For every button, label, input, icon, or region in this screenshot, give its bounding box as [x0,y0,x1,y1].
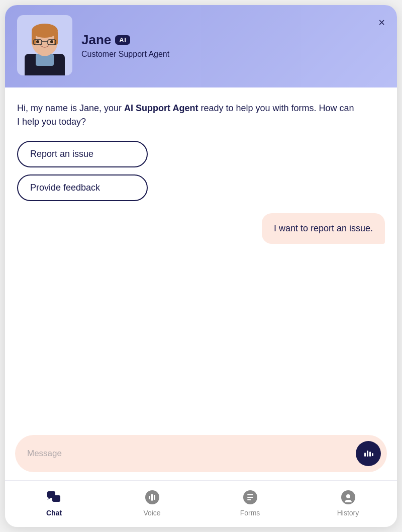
svg-rect-24 [247,494,253,495]
message-input[interactable] [27,449,350,459]
avatar [17,15,72,75]
input-area [5,427,397,480]
header-name-row: Jane AI [81,32,169,48]
voice-icon [144,489,160,505]
forms-nav-icon [242,489,259,506]
input-wrapper [15,435,387,472]
nav-item-forms[interactable]: Forms [201,481,299,527]
svg-rect-14 [369,452,371,457]
agent-name: Jane [81,32,111,48]
quick-reply-report[interactable]: Report an issue [17,141,148,167]
history-nav-label: History [337,509,359,517]
avatar-image [20,18,70,75]
svg-rect-25 [247,497,253,498]
chat-icon [46,489,62,505]
agent-role: Customer Support Agent [81,50,169,59]
chat-body: Hi, my name is Jane, your AI Support Age… [5,87,397,427]
svg-point-28 [346,494,350,498]
svg-point-10 [36,40,39,43]
header-info: Jane AI Customer Support Agent [81,32,169,59]
forms-icon [242,489,258,505]
greeting-bold: AI Support Agent [124,103,198,113]
voice-nav-icon [144,489,161,506]
svg-rect-21 [151,494,153,501]
chat-container: Jane AI Customer Support Agent × Hi, my … [5,5,397,527]
nav-item-chat[interactable]: Chat [5,481,103,527]
chat-nav-label: Chat [46,509,62,517]
svg-point-11 [50,40,53,43]
svg-rect-20 [149,496,150,499]
quick-reply-feedback[interactable]: Provide feedback [17,174,148,201]
close-button[interactable]: × [376,15,387,30]
user-message: I want to report an issue. [262,213,385,244]
svg-rect-12 [364,453,366,457]
mic-icon [363,448,374,459]
chat-header: Jane AI Customer Support Agent × [5,5,397,87]
quick-replies: Report an issue Provide feedback [17,141,385,201]
bottom-nav: Chat Voice [5,480,397,527]
nav-item-voice[interactable]: Voice [103,481,201,527]
ai-badge: AI [115,35,130,45]
svg-marker-18 [47,498,51,500]
chat-spacer [17,254,385,419]
greeting-text-before: Hi, my name is Jane, your [17,103,124,113]
nav-item-history[interactable]: History [299,481,397,527]
svg-rect-26 [247,499,251,500]
svg-rect-17 [52,495,60,502]
mic-button[interactable] [356,441,381,466]
chat-nav-icon [46,489,63,506]
svg-rect-15 [372,453,373,456]
forms-nav-label: Forms [240,509,260,517]
history-icon [340,489,356,505]
svg-rect-13 [367,451,368,457]
svg-rect-22 [154,495,155,500]
user-message-wrapper: I want to report an issue. [17,213,385,244]
agent-greeting: Hi, my name is Jane, your AI Support Age… [17,102,359,129]
history-nav-icon [340,489,357,506]
voice-nav-label: Voice [143,509,160,517]
